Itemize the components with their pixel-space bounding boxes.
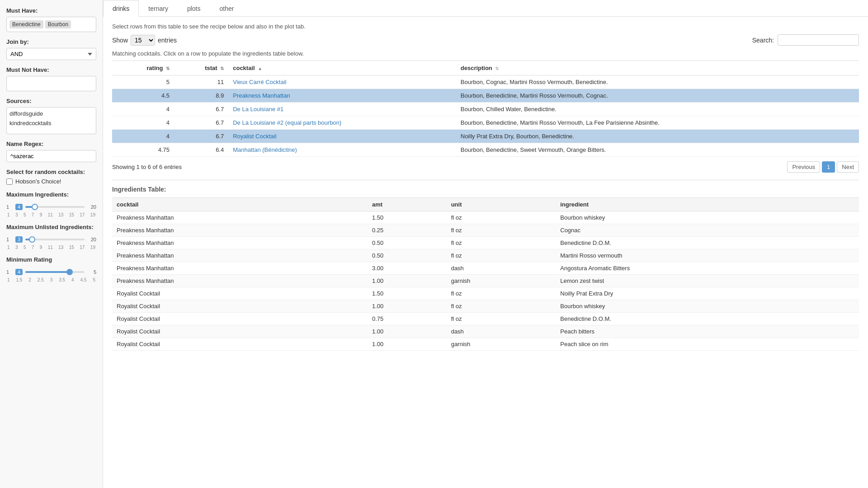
- max-ingredients-max: 20: [87, 204, 96, 210]
- must-have-section: Must Have: Benedictine Bourbon: [6, 7, 96, 32]
- ing-cocktail: Royalist Cocktail: [112, 338, 368, 351]
- min-rating-ticks: 1 1.5 2 2.5 3 3.5 4 4.5 5: [7, 277, 95, 282]
- ing-cocktail: Royalist Cocktail: [112, 325, 368, 338]
- table-row[interactable]: 4.75 6.4 Manhattan (Bénédictine) Bourbon…: [112, 143, 859, 157]
- cell-cocktail: De La Louisiane #2 (equal parts bourbon): [228, 116, 456, 130]
- page-current[interactable]: 1: [822, 161, 835, 173]
- max-ingredients-section: Maximum Ingredients: 1 4 20 1 3 5 7 9: [6, 191, 96, 217]
- table-row[interactable]: 5 11 Vieux Carré Cocktail Bourbon, Cogna…: [112, 75, 859, 89]
- ingredient-row: Royalist Cocktail 0.75 fl oz Benedictine…: [112, 313, 859, 325]
- cocktail-link[interactable]: De La Louisiane #2 (equal parts bourbon): [233, 119, 341, 126]
- ing-ingredient: Lemon zest twist: [556, 275, 859, 287]
- ing-unit: fl oz: [447, 313, 556, 325]
- cell-rating: 4: [112, 116, 174, 130]
- must-not-have-label: Must Not Have:: [6, 66, 96, 73]
- ingredient-row: Royalist Cocktail 1.50 fl oz Noilly Prat…: [112, 287, 859, 300]
- tab-ternary[interactable]: ternary: [139, 0, 178, 17]
- ing-amt: 1.00: [368, 300, 447, 313]
- col-tstat[interactable]: tstat: [174, 61, 228, 75]
- max-ingredients-current: 4: [15, 204, 23, 210]
- must-have-tags[interactable]: Benedictine Bourbon: [6, 17, 96, 32]
- ing-cocktail: Royalist Cocktail: [112, 300, 368, 313]
- tab-other[interactable]: other: [210, 0, 244, 17]
- cell-rating: 4: [112, 130, 174, 143]
- table-row[interactable]: 4 6.7 De La Louisiane #2 (equal parts bo…: [112, 116, 859, 130]
- max-ingredients-wrapper: [25, 202, 85, 211]
- tab-plots[interactable]: plots: [178, 0, 210, 17]
- cocktails-table: rating tstat cocktail description ⇅ 5 11…: [112, 61, 859, 157]
- sort-desc-icon: ⇅: [495, 66, 499, 71]
- tab-drinks[interactable]: drinks: [103, 0, 139, 17]
- ing-cocktail: Preakness Manhattan: [112, 249, 368, 262]
- ing-col-cocktail: cocktail: [112, 198, 368, 211]
- cell-rating: 4.5: [112, 89, 174, 103]
- cell-cocktail: Royalist Cocktail: [228, 130, 456, 143]
- max-ingredients-track-row: 1 4 20: [6, 202, 96, 211]
- cocktail-link[interactable]: Royalist Cocktail: [233, 133, 276, 140]
- cocktail-link[interactable]: Vieux Carré Cocktail: [233, 79, 286, 85]
- ing-cocktail: Preakness Manhattan: [112, 211, 368, 224]
- ing-amt: 0.50: [368, 249, 447, 262]
- ing-unit: dash: [447, 262, 556, 275]
- max-unlisted-thumb[interactable]: [29, 236, 35, 243]
- cell-rating: 4.75: [112, 143, 174, 157]
- ingredient-row: Preakness Manhattan 0.25 fl oz Cognac: [112, 224, 859, 237]
- ing-ingredient: Benedictine D.O.M.: [556, 313, 859, 325]
- min-rating-thumb[interactable]: [66, 269, 73, 275]
- ing-unit: garnish: [447, 338, 556, 351]
- cell-tstat: 6.7: [174, 116, 228, 130]
- min-rating-fill: [25, 271, 70, 273]
- max-ingredients-header: Maximum Ingredients:: [6, 191, 96, 201]
- max-unlisted-wrapper: [25, 235, 85, 244]
- join-by-label: Join by:: [6, 38, 96, 45]
- sort-tstat-icon: [220, 66, 224, 71]
- ing-ingredient: Angostura Aromatic Bitters: [556, 262, 859, 275]
- min-rating-label: Minimum Rating: [6, 256, 52, 263]
- col-rating[interactable]: rating: [112, 61, 174, 75]
- cocktail-link[interactable]: Preakness Manhattan: [233, 92, 290, 99]
- hobsons-checkbox[interactable]: [6, 178, 13, 185]
- table-row[interactable]: 4 6.7 Royalist Cocktail Noilly Prat Extr…: [112, 130, 859, 143]
- join-by-select[interactable]: AND OR: [6, 48, 96, 60]
- col-cocktail[interactable]: cocktail: [228, 61, 456, 75]
- cocktail-link[interactable]: De La Louisiane #1: [233, 106, 283, 113]
- ing-cocktail: Preakness Manhattan: [112, 262, 368, 275]
- next-button[interactable]: Next: [837, 161, 859, 173]
- ing-amt: 1.50: [368, 287, 447, 300]
- cocktail-link[interactable]: Manhattan (Bénédictine): [233, 146, 297, 153]
- ingredients-header-row: cocktail amt unit ingredient: [112, 198, 859, 211]
- cell-description: Bourbon, Benedictine, Martini Rosso Verm…: [456, 116, 859, 130]
- ing-unit: garnish: [447, 275, 556, 287]
- section-divider: [112, 180, 859, 180]
- must-not-have-tags[interactable]: [6, 76, 96, 91]
- max-unlisted-section: Maximum Unlisted Ingredients: 1 3 20 1 3…: [6, 224, 96, 250]
- ing-ingredient: Bourbon whiskey: [556, 300, 859, 313]
- ing-col-ingredient: ingredient: [556, 198, 859, 211]
- table-row[interactable]: 4 6.7 De La Louisiane #1 Bourbon, Chille…: [112, 103, 859, 116]
- ingredient-row: Royalist Cocktail 1.00 fl oz Bourbon whi…: [112, 300, 859, 313]
- name-regex-input[interactable]: [6, 150, 96, 162]
- cell-description: Bourbon, Cognac, Martini Rosso Vermouth,…: [456, 75, 859, 89]
- cell-tstat: 11: [174, 75, 228, 89]
- entries-select[interactable]: 10 15 25 50 100: [131, 35, 155, 46]
- search-input[interactable]: [778, 34, 859, 46]
- cell-tstat: 6.4: [174, 143, 228, 157]
- max-unlisted-max: 20: [87, 237, 96, 242]
- table-row[interactable]: 4.5 8.9 Preakness Manhattan Bourbon, Ben…: [112, 89, 859, 103]
- ingredient-row: Royalist Cocktail 1.00 garnish Peach sli…: [112, 338, 859, 351]
- max-unlisted-label: Maximum Unlisted Ingredients:: [6, 224, 94, 230]
- min-rating-slider-container: 1 4 5 1 1.5 2 2.5 3 3.5 4 4.5 5: [6, 267, 96, 282]
- ing-amt: 0.25: [368, 224, 447, 237]
- random-cocktails-label: Select for random cocktails:: [6, 169, 96, 175]
- max-ingredients-thumb[interactable]: [32, 204, 38, 210]
- previous-button[interactable]: Previous: [787, 161, 820, 173]
- max-ingredients-slider-container: 1 4 20 1 3 5 7 9 11 13 15 17: [6, 202, 96, 217]
- cocktails-tbody: 5 11 Vieux Carré Cocktail Bourbon, Cogna…: [112, 75, 859, 157]
- content-area: Select rows from this table to see the r…: [103, 17, 868, 488]
- sort-cocktail-icon: [258, 66, 262, 71]
- ing-ingredient: Peach slice on rim: [556, 338, 859, 351]
- ing-amt: 0.75: [368, 313, 447, 325]
- col-description[interactable]: description ⇅: [456, 61, 859, 75]
- ing-cocktail: Preakness Manhattan: [112, 237, 368, 249]
- ing-cocktail: Royalist Cocktail: [112, 287, 368, 300]
